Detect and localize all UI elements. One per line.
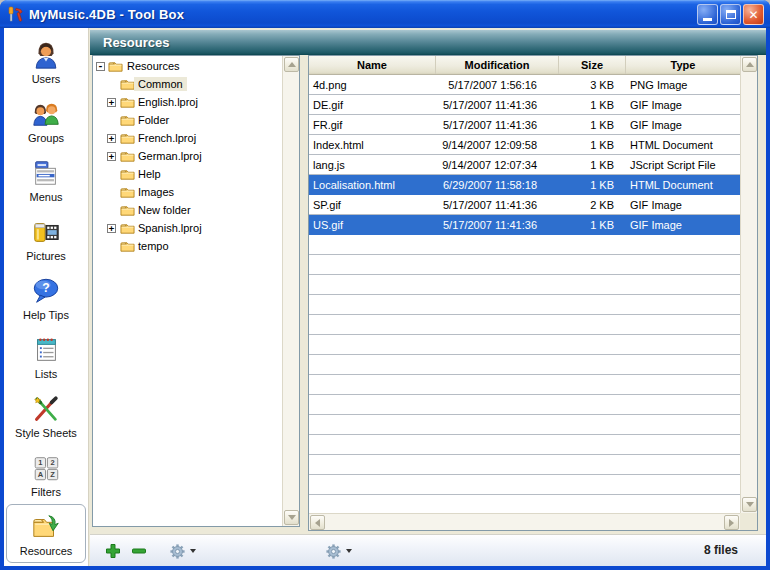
tree-expander-plus-icon[interactable]: + bbox=[107, 224, 116, 233]
users-icon bbox=[30, 39, 62, 71]
tree-item-label: Images bbox=[134, 185, 178, 199]
file-actions-menu-button[interactable] bbox=[322, 539, 355, 563]
table-row[interactable]: FR.gif5/17/2007 11:41:361 KBGIF Image bbox=[309, 115, 740, 135]
cell-type: GIF Image bbox=[626, 95, 740, 114]
folder-icon bbox=[120, 222, 135, 235]
table-scroll-down-button[interactable] bbox=[742, 497, 757, 512]
cell-name: DE.gif bbox=[309, 95, 436, 114]
sidebar-item-filters[interactable]: 12AZFilters bbox=[6, 445, 86, 504]
table-row-empty bbox=[309, 415, 740, 435]
sidebar-item-label: Help Tips bbox=[23, 309, 69, 321]
column-header-modification[interactable]: Modification bbox=[436, 56, 559, 74]
close-button[interactable]: ✕ bbox=[743, 4, 764, 25]
cell-name: lang.js bbox=[309, 155, 436, 174]
maximize-icon bbox=[726, 10, 736, 19]
sidebar-item-help-tips[interactable]: ?Help Tips bbox=[6, 268, 86, 327]
folder-actions-menu-button[interactable] bbox=[166, 539, 199, 563]
tree-expander-plus-icon[interactable]: + bbox=[107, 98, 116, 107]
tree-item-label: German.lproj bbox=[134, 149, 206, 163]
tree-item-new-folder[interactable]: New folder bbox=[93, 202, 282, 220]
tree-item-tempo[interactable]: tempo bbox=[93, 238, 282, 256]
tree-item-common[interactable]: Common bbox=[93, 76, 282, 94]
app-window: MyMusic.4DB - Tool Box ✕ UsersGroupsMenu… bbox=[0, 0, 770, 570]
tree-item-label: New folder bbox=[134, 203, 195, 217]
table-horizontal-scrollbar[interactable] bbox=[309, 513, 740, 530]
table-row[interactable]: Localisation.html6/29/2007 11:58:181 KBH… bbox=[309, 175, 740, 195]
scrollbar-corner bbox=[740, 513, 757, 530]
close-icon: ✕ bbox=[748, 9, 758, 21]
tree-item-spanish-lproj[interactable]: +Spanish.lproj bbox=[93, 220, 282, 238]
cell-modification: 6/29/2007 11:58:18 bbox=[436, 175, 559, 194]
file-table: NameModificationSizeType 4d.png5/17/2007… bbox=[308, 55, 758, 531]
cell-modification: 5/17/2007 1:56:16 bbox=[436, 75, 559, 94]
table-row[interactable]: lang.js9/14/2007 12:07:341 KBJScript Scr… bbox=[309, 155, 740, 175]
table-row-empty bbox=[309, 235, 740, 255]
column-header-type[interactable]: Type bbox=[626, 56, 740, 74]
sidebar-item-style-sheets[interactable]: Style Sheets bbox=[6, 386, 86, 445]
table-row-empty bbox=[309, 255, 740, 275]
minimize-icon bbox=[703, 18, 712, 21]
column-header-size[interactable]: Size bbox=[559, 56, 626, 74]
tree-expander-plus-icon[interactable]: + bbox=[107, 152, 116, 161]
tree-item-images[interactable]: Images bbox=[93, 184, 282, 202]
column-header-name[interactable]: Name bbox=[309, 56, 436, 74]
table-scroll-left-button[interactable] bbox=[310, 515, 325, 530]
window-body: UsersGroupsMenusPictures?Help TipsListsS… bbox=[4, 28, 766, 566]
sidebar-item-label: Lists bbox=[35, 368, 58, 380]
sidebar-item-menus[interactable]: Menus bbox=[6, 150, 86, 209]
folder-icon bbox=[120, 186, 135, 199]
cell-modification: 5/17/2007 11:41:36 bbox=[436, 195, 559, 214]
svg-text:Z: Z bbox=[50, 470, 55, 479]
tree-item-english-lproj[interactable]: +English.lproj bbox=[93, 94, 282, 112]
tree-item-help[interactable]: Help bbox=[93, 166, 282, 184]
tree-item-french-lproj[interactable]: +French.lproj bbox=[93, 130, 282, 148]
table-scroll-up-button[interactable] bbox=[742, 57, 757, 72]
arrow-down-icon bbox=[288, 515, 296, 520]
tree-expander-plus-icon[interactable]: + bbox=[107, 134, 116, 143]
tree-item-german-lproj[interactable]: +German.lproj bbox=[93, 148, 282, 166]
table-scroll-right-button[interactable] bbox=[724, 515, 739, 530]
cell-size: 1 KB bbox=[559, 115, 626, 134]
panel-title: Resources bbox=[103, 35, 169, 50]
pictures-icon bbox=[30, 216, 62, 248]
add-button[interactable] bbox=[102, 539, 124, 563]
maximize-button[interactable] bbox=[720, 4, 741, 25]
folder-icon bbox=[120, 150, 135, 163]
titlebar: MyMusic.4DB - Tool Box ✕ bbox=[0, 0, 770, 28]
sidebar-item-resources[interactable]: Resources bbox=[6, 504, 86, 563]
tree-expander-minus-icon[interactable]: - bbox=[96, 62, 105, 71]
table-row[interactable]: US.gif5/17/2007 11:41:361 KBGIF Image bbox=[309, 215, 740, 235]
minimize-button[interactable] bbox=[697, 4, 718, 25]
help-tips-icon: ? bbox=[30, 275, 62, 307]
cell-modification: 9/14/2007 12:09:58 bbox=[436, 135, 559, 154]
filters-icon: 12AZ bbox=[30, 452, 62, 484]
table-row-empty bbox=[309, 275, 740, 295]
cell-type: GIF Image bbox=[626, 215, 740, 234]
tree-scroll-down-button[interactable] bbox=[284, 510, 299, 525]
table-row-empty bbox=[309, 475, 740, 495]
folder-icon bbox=[120, 240, 135, 253]
remove-button[interactable] bbox=[128, 539, 150, 563]
table-vertical-scrollbar[interactable] bbox=[740, 56, 757, 513]
cell-type: HTML Document bbox=[626, 175, 740, 194]
tree-item-resources[interactable]: -Resources bbox=[93, 58, 282, 76]
sidebar-item-lists[interactable]: Lists bbox=[6, 327, 86, 386]
tree-item-label: Spanish.lproj bbox=[134, 221, 206, 235]
sidebar-item-groups[interactable]: Groups bbox=[6, 91, 86, 150]
table-row[interactable]: SP.gif5/17/2007 11:41:362 KBGIF Image bbox=[309, 195, 740, 215]
tree-vertical-scrollbar[interactable] bbox=[282, 56, 299, 526]
tree-item-folder[interactable]: Folder bbox=[93, 112, 282, 130]
sidebar-item-pictures[interactable]: Pictures bbox=[6, 209, 86, 268]
table-row[interactable]: DE.gif5/17/2007 11:41:361 KBGIF Image bbox=[309, 95, 740, 115]
sidebar-item-users[interactable]: Users bbox=[6, 32, 86, 91]
folder-tree: -ResourcesCommon+English.lprojFolder+Fre… bbox=[92, 55, 300, 527]
tree-rows: -ResourcesCommon+English.lprojFolder+Fre… bbox=[93, 58, 282, 526]
files-count: 8 files bbox=[704, 535, 738, 564]
sidebar-item-label: Filters bbox=[31, 486, 61, 498]
table-row[interactable]: 4d.png5/17/2007 1:56:163 KBPNG Image bbox=[309, 75, 740, 95]
table-row-empty bbox=[309, 335, 740, 355]
folder-icon bbox=[120, 96, 135, 109]
tree-scroll-up-button[interactable] bbox=[284, 57, 299, 72]
table-row[interactable]: Index.html9/14/2007 12:09:581 KBHTML Doc… bbox=[309, 135, 740, 155]
lists-icon bbox=[30, 334, 62, 366]
